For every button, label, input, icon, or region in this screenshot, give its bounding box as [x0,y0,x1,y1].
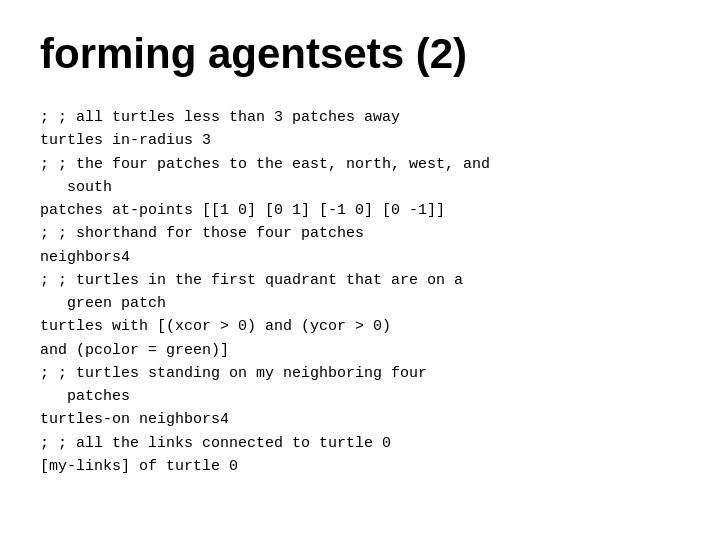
code-line: south [40,179,112,196]
code-block: ; ; all turtles less than 3 patches away… [40,106,680,478]
code-line: patches at-points [[1 0] [0 1] [-1 0] [0… [40,202,445,219]
slide-title: forming agentsets (2) [40,30,680,78]
code-line: ; ; shorthand for those four patches [40,225,364,242]
code-line: turtles in-radius 3 [40,132,211,149]
code-line: and (pcolor = green)] [40,342,229,359]
code-line: ; ; the four patches to the east, north,… [40,156,490,173]
code-line: [my-links] of turtle 0 [40,458,238,475]
code-line: patches [40,388,130,405]
code-line: ; ; turtles in the first quadrant that a… [40,272,463,289]
code-line: ; ; turtles standing on my neighboring f… [40,365,427,382]
code-line: turtles-on neighbors4 [40,411,229,428]
slide: forming agentsets (2) ; ; all turtles le… [0,0,720,540]
code-line: green patch [40,295,166,312]
code-line: ; ; all the links connected to turtle 0 [40,435,391,452]
code-line: turtles with [(xcor > 0) and (ycor > 0) [40,318,391,335]
code-line: ; ; all turtles less than 3 patches away [40,109,400,126]
code-line: neighbors4 [40,249,130,266]
